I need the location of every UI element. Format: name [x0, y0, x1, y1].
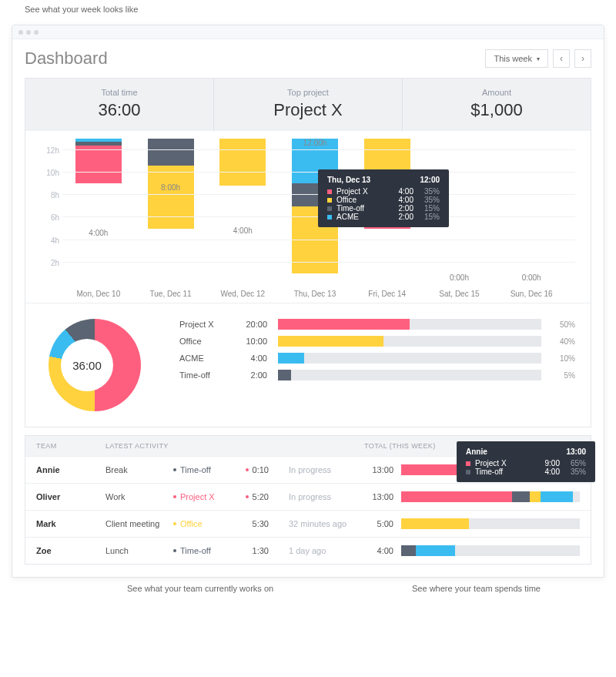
bar-column[interactable]: 4:00h — [62, 139, 135, 285]
team-row[interactable]: Zoe Lunch Time-off 1:30 1 day ago 4:00 — [25, 537, 591, 564]
x-tick-label: Fri, Dec 14 — [351, 290, 424, 298]
project-name: Project X — [179, 320, 226, 329]
y-tick: 6h — [51, 213, 59, 222]
activity-desc: Work — [105, 492, 167, 501]
date-range-dropdown[interactable]: This week ▾ — [485, 49, 548, 68]
y-tick: 10h — [46, 168, 59, 176]
project-row[interactable]: Project X 20:00 50% — [179, 319, 575, 330]
project-percent: 10% — [552, 354, 575, 363]
chevron-left-icon: ‹ — [560, 53, 563, 64]
activity-project: Time-off — [173, 546, 227, 555]
activity-project: Time-off — [173, 465, 227, 474]
running-dot-icon — [246, 495, 249, 498]
activity-status: 1 day ago — [289, 546, 326, 555]
team-row[interactable]: Annie Break Time-off 0:10 In progress 13… — [25, 456, 591, 483]
project-name: Office — [179, 337, 226, 346]
activity-desc: Lunch — [105, 546, 167, 555]
bottom-annotations: See what your team currently works on Se… — [12, 584, 604, 593]
x-tick-label: Thu, Dec 13 — [279, 290, 351, 298]
traffic-dot-icon — [18, 30, 23, 35]
team-activity: Break Time-off 0:10 In progress — [105, 465, 364, 474]
project-row[interactable]: ACME 4:00 10% — [179, 353, 575, 364]
project-bar — [278, 370, 541, 380]
bar-value-label: 0:00h — [522, 273, 541, 282]
project-bar — [278, 319, 541, 330]
prev-button[interactable]: ‹ — [553, 49, 570, 68]
bar-value-label: 8:00h — [161, 183, 180, 192]
team-member-name: Oliver — [36, 492, 105, 501]
col-header-team: TEAM — [36, 442, 105, 450]
stat-label: Amount — [403, 88, 591, 97]
summary-panel: Total time 36:00 Top project Project X A… — [25, 78, 591, 427]
project-name: ACME — [179, 354, 226, 363]
traffic-dot-icon — [26, 30, 31, 35]
team-activity: Client meeting Office 5:30 32 minutes ag… — [105, 519, 364, 528]
window-titlebar — [12, 25, 604, 39]
project-bar — [278, 353, 541, 364]
project-bar — [278, 336, 541, 347]
team-member-name: Mark — [36, 519, 105, 528]
team-row[interactable]: Oliver Work Project X 5:20 In progress 1… — [25, 483, 591, 510]
next-button[interactable]: › — [574, 49, 591, 68]
team-member-name: Annie — [36, 465, 105, 474]
dashboard-header: Dashboard This week ▾ ‹ › — [12, 39, 604, 78]
activity-project: Project X — [173, 492, 227, 501]
y-tick: 8h — [51, 191, 59, 199]
bar-segment — [219, 139, 266, 186]
project-percent: 50% — [552, 320, 575, 329]
x-tick-label: Mon, Dec 10 — [62, 290, 135, 298]
annotation-top: See what your week looks like — [25, 5, 138, 14]
x-tick-label: Sun, Dec 16 — [495, 290, 567, 298]
project-time: 4:00 — [236, 354, 267, 363]
weekly-bar-chart: 2h4h6h8h10h12h 4:00h8:00h4:00h12:00h8:00… — [25, 131, 591, 303]
bar-value-label: 0:00h — [450, 273, 469, 282]
team-bar — [401, 518, 580, 529]
bars-container: 4:00h8:00h4:00h12:00h8:00h0:00h0:00h — [62, 139, 567, 285]
annotation-bottom-right: See where your team spends time — [389, 584, 604, 593]
stat-label: Total time — [25, 88, 213, 97]
team-activity: Work Project X 5:20 In progress — [105, 492, 364, 501]
bar-segment — [148, 166, 194, 229]
chevron-right-icon: › — [581, 53, 584, 64]
activity-desc: Break — [105, 465, 167, 474]
x-tick-label: Tue, Dec 11 — [135, 290, 207, 298]
y-tick: 12h — [46, 146, 59, 154]
bar-value-label: 4:00h — [233, 226, 253, 235]
page-title: Dashboard — [25, 49, 108, 69]
x-axis-labels: Mon, Dec 10Tue, Dec 11Wed, Dec 12Thu, De… — [41, 290, 575, 298]
project-percent: 40% — [552, 337, 575, 346]
project-breakdown-list: Project X 20:00 50% Office 10:00 40% ACM… — [179, 319, 575, 411]
activity-time: 0:10 — [233, 465, 269, 474]
color-dot-icon — [173, 468, 176, 471]
donut-chart: 36:00 — [41, 319, 149, 411]
caret-down-icon: ▾ — [537, 55, 540, 62]
stat-label: Top project — [214, 88, 402, 97]
team-total: 13:00 — [364, 491, 580, 502]
date-range-label: This week — [494, 54, 532, 63]
y-tick: 2h — [51, 258, 59, 266]
x-tick-label: Sat, Dec 15 — [424, 290, 496, 298]
bar-column[interactable]: 0:00h — [495, 139, 567, 285]
activity-time: 5:30 — [233, 519, 269, 528]
bar-column[interactable]: 8:00h — [135, 139, 207, 285]
activity-status: 32 minutes ago — [289, 519, 346, 528]
bar-value-label: 4:00h — [89, 229, 108, 237]
project-row[interactable]: Office 10:00 40% — [179, 336, 575, 347]
stat-top-project: Top project Project X — [214, 79, 403, 131]
breakdown-panel: 36:00 Project X 20:00 50% Office 10:00 4… — [25, 303, 591, 427]
color-dot-icon — [173, 522, 176, 525]
bar-column[interactable]: 4:00h — [206, 139, 279, 285]
col-header-activity: LATEST ACTIVITY — [105, 442, 364, 450]
activity-status: In progress — [289, 492, 331, 501]
stat-value: 36:00 — [25, 100, 213, 120]
team-member-name: Zoe — [36, 546, 105, 555]
team-row[interactable]: Mark Client meeting Office 5:30 32 minut… — [25, 510, 591, 537]
bar-segment — [75, 146, 122, 184]
activity-project: Office — [173, 519, 227, 528]
team-tooltip: Annie13:00Project X9:0065%Time-off4:0035… — [457, 441, 595, 482]
project-row[interactable]: Time-off 2:00 5% — [179, 370, 575, 380]
y-tick: 4h — [51, 236, 59, 244]
stat-amount: Amount $1,000 — [403, 79, 591, 131]
color-dot-icon — [173, 495, 176, 498]
color-dot-icon — [173, 549, 176, 552]
